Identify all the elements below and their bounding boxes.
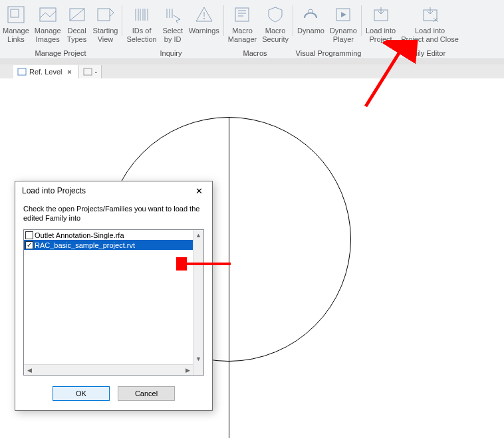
macro-manager-button[interactable]: Macro Manager: [225, 3, 259, 48]
cancel-button[interactable]: Cancel: [118, 386, 175, 401]
label: Load into Project and Close: [401, 27, 459, 44]
separator: [293, 5, 293, 36]
checkbox[interactable]: [25, 231, 33, 239]
image-icon: [37, 4, 59, 25]
dialog-titlebar[interactable]: Load into Projects ✕: [15, 181, 212, 200]
scroll-up-icon[interactable]: ▲: [193, 230, 203, 241]
load-into-project-button[interactable]: Load into Project: [363, 3, 398, 48]
dialog-title: Load into Projects: [22, 186, 86, 195]
label: Decal Types: [67, 27, 86, 44]
list-item-label: RAC_basic_sample_project.rvt: [35, 241, 135, 249]
horizontal-scrollbar[interactable]: ◀ ▶: [24, 364, 193, 375]
svg-rect-26: [84, 68, 92, 75]
dynamo-button[interactable]: Dynamo: [295, 3, 327, 48]
macro-icon: [231, 4, 253, 25]
svg-rect-4: [98, 9, 110, 21]
starting-view-icon: [94, 4, 116, 25]
scroll-down-icon[interactable]: ▼: [193, 354, 203, 364]
label: Select by ID: [162, 27, 183, 44]
dynamo-player-button[interactable]: Dynamo Player: [327, 3, 360, 48]
dynamo-icon: [300, 4, 321, 25]
dynamo-player-icon: [332, 4, 354, 25]
group-label: Inquiry: [121, 48, 221, 58]
tab-inactive[interactable]: -: [79, 65, 102, 78]
separator: [361, 5, 362, 36]
label: Macro Security: [262, 27, 289, 44]
group-label: Macros: [221, 48, 289, 58]
projects-listbox[interactable]: Outlet Annotation-Single.rfa ✓ RAC_basic…: [23, 229, 204, 376]
checkbox[interactable]: ✓: [25, 241, 33, 249]
separator: [223, 5, 224, 36]
select-id-icon: [162, 4, 184, 25]
decal-icon: [66, 4, 88, 25]
svg-marker-20: [341, 12, 346, 17]
scroll-left-icon[interactable]: ◀: [24, 365, 35, 375]
decal-types-button[interactable]: Decal Types: [64, 3, 90, 48]
label: Load into Project: [366, 27, 396, 44]
ribbon-group-labels: Manage Project Inquiry Macros Visual Pro…: [0, 48, 504, 58]
shield-icon: [265, 4, 286, 25]
separator: [122, 5, 122, 36]
select-by-id-button[interactable]: Select by ID: [160, 3, 186, 48]
starting-view-button[interactable]: Starting View: [90, 3, 121, 48]
ribbon: Manage Links Manage Images Decal Types S…: [0, 0, 504, 59]
load-project-icon: [370, 4, 392, 25]
load-into-projects-dialog: Load into Projects ✕ Check the open Proj…: [15, 181, 213, 411]
ids-selection-button[interactable]: IDs of Selection: [124, 3, 159, 48]
svg-rect-1: [11, 9, 19, 17]
link-icon: [5, 4, 27, 25]
load-into-project-close-button[interactable]: Load into Project and Close: [398, 3, 461, 48]
document-tabs: Ref. Level × -: [0, 64, 504, 79]
tab-label: -: [95, 68, 98, 76]
label: Manage Links: [3, 27, 29, 44]
label: Dynamo: [297, 27, 324, 35]
group-label: Manage Project: [0, 48, 121, 58]
label: Macro Manager: [228, 27, 257, 44]
ok-button[interactable]: OK: [53, 386, 110, 401]
view-icon: [83, 67, 92, 76]
manage-images-button[interactable]: Manage Images: [32, 3, 64, 48]
label: Starting View: [93, 27, 118, 44]
dialog-message: Check the open Projects/Families you wan…: [23, 204, 204, 223]
list-item[interactable]: Outlet Annotation-Single.rfa: [24, 230, 193, 240]
warnings-button[interactable]: Warnings: [186, 3, 222, 48]
vertical-scrollbar[interactable]: ▲ ▼: [193, 230, 203, 375]
barcode-icon: [131, 4, 152, 25]
manage-links-button[interactable]: Manage Links: [0, 3, 32, 48]
tab-label: Ref. Level: [29, 68, 63, 76]
macro-security-button[interactable]: Macro Security: [259, 3, 291, 48]
list-item[interactable]: ✓ RAC_basic_sample_project.rvt: [24, 240, 193, 250]
view-icon: [17, 67, 27, 76]
svg-rect-25: [18, 68, 26, 75]
close-icon[interactable]: ×: [65, 68, 74, 76]
label: IDs of Selection: [126, 27, 156, 44]
list-item-label: Outlet Annotation-Single.rfa: [35, 231, 124, 239]
label: Dynamo Player: [330, 27, 357, 44]
load-close-icon: [420, 4, 441, 25]
svg-rect-17: [235, 8, 249, 21]
close-button[interactable]: ✕: [189, 183, 208, 198]
tab-ref-level[interactable]: Ref. Level ×: [13, 65, 79, 78]
group-label-family-editor: Family Editor: [368, 48, 481, 58]
svg-point-16: [203, 18, 205, 19]
group-label: Visual Programming: [289, 48, 368, 58]
label: Warnings: [189, 27, 219, 35]
scroll-right-icon[interactable]: ▶: [182, 365, 193, 375]
label: Manage Images: [35, 27, 61, 44]
warning-icon: [193, 4, 215, 25]
